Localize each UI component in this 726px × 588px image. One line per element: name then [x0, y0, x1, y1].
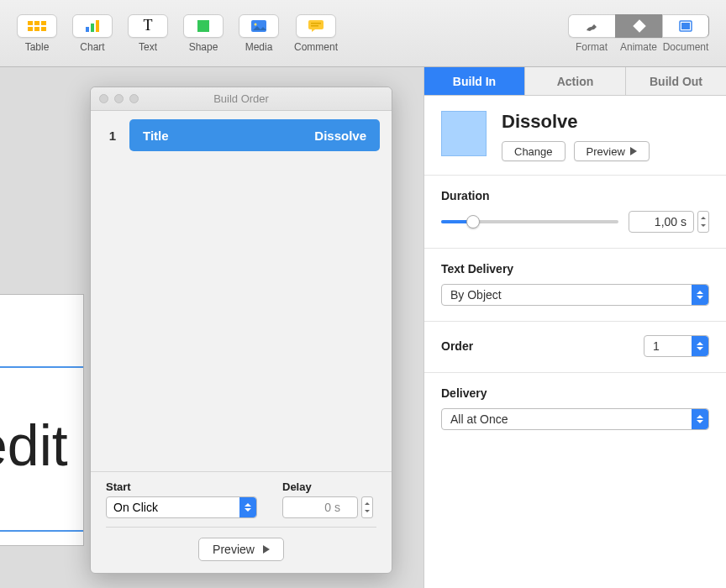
text-icon: T — [144, 17, 153, 34]
toolbar-left-group: Table Chart T Text Shape Media Comment — [17, 14, 338, 53]
text-delivery-select[interactable]: By Object — [441, 284, 709, 306]
paintbrush-icon — [584, 19, 601, 33]
close-icon[interactable] — [99, 94, 108, 103]
toolbar-media-label: Media — [245, 41, 273, 53]
duration-label: Duration — [441, 189, 709, 202]
svg-rect-7 — [681, 23, 690, 29]
build-order-titlebar[interactable]: Build Order — [91, 87, 392, 111]
comment-icon — [308, 20, 324, 32]
change-button[interactable]: Change — [502, 141, 566, 161]
svg-rect-4 — [311, 25, 318, 27]
start-value: On Click — [113, 501, 158, 514]
toolbar-shape-button[interactable]: Shape — [183, 14, 224, 53]
delivery-section: Delivery All at Once — [424, 373, 726, 445]
toolbar-chart-button[interactable]: Chart — [72, 14, 113, 53]
chart-icon — [86, 20, 99, 32]
tab-build-in[interactable]: Build In — [424, 67, 525, 95]
start-label: Start — [106, 480, 257, 493]
effect-swatch — [441, 111, 487, 156]
toolbar-table-button[interactable]: Table — [17, 14, 57, 53]
inspector-tabs: Build In Action Build Out — [424, 67, 726, 96]
start-select[interactable]: On Click — [106, 496, 257, 518]
build-order-panel: Build Order 1 Title Dissolve Start On Cl… — [90, 87, 392, 574]
chevron-updown-icon — [239, 497, 256, 517]
main-toolbar: Table Chart T Text Shape Media Comment — [0, 0, 726, 67]
order-value: 1 — [653, 339, 660, 353]
toolbar-animate-button[interactable]: Animate — [615, 14, 662, 53]
delivery-label: Delivery — [441, 386, 709, 400]
toolbar-right-group: Format Animate Document — [568, 14, 709, 53]
toolbar-shape-label: Shape — [189, 41, 218, 53]
animate-inspector: Build In Action Build Out Dissolve Chang… — [424, 67, 726, 588]
slider-thumb[interactable] — [466, 215, 480, 228]
order-label: Order — [441, 339, 473, 353]
preview-label: Preview — [213, 543, 255, 556]
toolbar-format-label: Format — [576, 41, 608, 53]
effect-header: Dissolve Change Preview — [424, 96, 726, 176]
minimize-icon[interactable] — [114, 94, 124, 103]
tab-build-out[interactable]: Build Out — [626, 67, 726, 95]
chevron-updown-icon — [692, 336, 708, 356]
chevron-updown-icon — [692, 285, 708, 305]
toolbar-comment-label: Comment — [294, 41, 338, 53]
toolbar-animate-label: Animate — [620, 41, 657, 53]
slide-text: edit — [0, 412, 68, 478]
text-delivery-label: Text Delivery — [441, 262, 709, 276]
delay-label: Delay — [282, 480, 373, 493]
preview-button[interactable]: Preview — [574, 141, 650, 161]
delay-field[interactable]: 0 s — [282, 496, 358, 518]
slide-preview: edit — [0, 294, 84, 546]
toolbar-document-label: Document — [663, 41, 709, 53]
svg-rect-2 — [308, 20, 324, 29]
svg-rect-5 — [633, 19, 644, 31]
duration-field[interactable]: 1,00 s — [629, 211, 694, 233]
document-icon — [679, 20, 692, 32]
tab-action[interactable]: Action — [525, 67, 626, 95]
media-icon — [251, 20, 266, 32]
delay-stepper[interactable] — [361, 496, 373, 518]
build-order-list[interactable]: 1 Title Dissolve — [91, 111, 392, 471]
build-order-preview-button[interactable]: Preview — [198, 538, 284, 561]
duration-value: 1,00 s — [655, 215, 687, 228]
toolbar-comment-button[interactable]: Comment — [294, 14, 338, 53]
toolbar-media-button[interactable]: Media — [239, 14, 279, 53]
toolbar-format-button[interactable]: Format — [568, 14, 615, 53]
build-item-index: 1 — [103, 129, 123, 143]
toolbar-table-label: Table — [25, 41, 50, 53]
toolbar-text-button[interactable]: T Text — [128, 14, 168, 53]
duration-slider[interactable] — [441, 213, 618, 230]
toolbar-chart-label: Chart — [80, 41, 104, 53]
table-icon — [28, 21, 46, 31]
text-delivery-value: By Object — [450, 288, 502, 302]
duration-section: Duration 1,00 s — [424, 176, 726, 249]
chevron-updown-icon — [692, 409, 708, 429]
build-order-item[interactable]: 1 Title Dissolve — [103, 119, 380, 151]
delivery-value: All at Once — [450, 412, 508, 426]
toolbar-document-button[interactable]: Document — [662, 14, 709, 53]
order-section: Order 1 — [424, 322, 726, 373]
order-select[interactable]: 1 — [644, 335, 709, 357]
svg-rect-3 — [311, 23, 321, 24]
svg-point-1 — [255, 23, 257, 25]
play-icon — [263, 545, 270, 554]
delivery-select[interactable]: All at Once — [441, 408, 709, 430]
toolbar-text-label: Text — [139, 41, 157, 53]
zoom-icon[interactable] — [129, 94, 139, 103]
build-order-footer: Start On Click Delay 0 s Preview — [91, 471, 392, 573]
duration-stepper[interactable] — [697, 211, 709, 233]
text-delivery-section: Text Delivery By Object — [424, 249, 726, 322]
effect-name: Dissolve — [502, 111, 650, 133]
diamond-icon — [632, 18, 647, 34]
play-icon — [630, 147, 637, 155]
build-item-name: Title — [143, 129, 169, 143]
delay-value: 0 s — [324, 501, 340, 514]
build-item-effect: Dissolve — [314, 129, 366, 143]
shape-icon — [197, 20, 209, 32]
